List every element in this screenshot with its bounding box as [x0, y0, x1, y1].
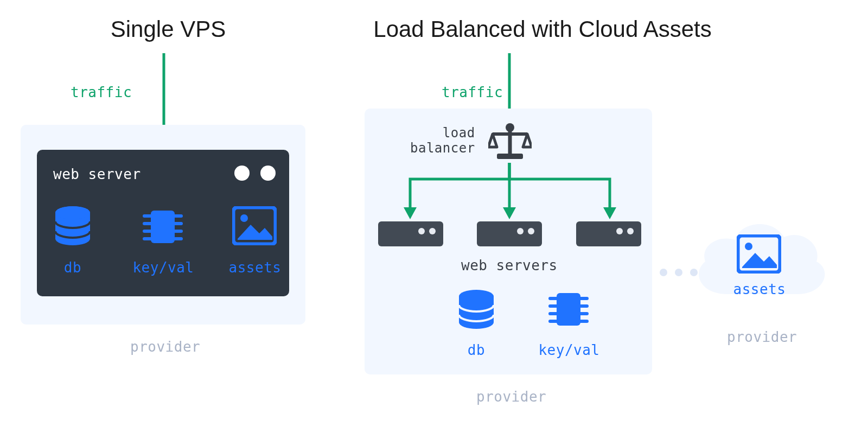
web-servers-label: web servers [461, 257, 558, 274]
status-dot [627, 228, 634, 234]
assets-label: assets [222, 259, 288, 276]
svg-marker-22 [603, 207, 616, 219]
svg-rect-24 [557, 293, 580, 326]
svg-marker-20 [404, 207, 417, 219]
connection-dot [675, 269, 682, 276]
status-dot [260, 166, 276, 181]
load-balancer-label: load balancer [410, 126, 475, 156]
svg-rect-19 [497, 154, 523, 159]
status-dot [418, 228, 425, 234]
status-dot [234, 166, 250, 181]
db-label: db [53, 259, 92, 276]
load-balancer-icon [488, 122, 532, 161]
web-server-node [477, 221, 542, 246]
load-balanced-title: Load Balanced with Cloud Assets [347, 16, 738, 42]
provider-label-left: provider [130, 339, 200, 355]
db-label-right: db [457, 342, 496, 358]
svg-point-14 [240, 214, 248, 222]
connection-dot [660, 269, 667, 276]
image-icon [232, 206, 277, 245]
status-dot [429, 228, 436, 234]
web-server-node [378, 221, 443, 246]
svg-point-34 [745, 243, 752, 250]
keyval-label: key/val [128, 259, 199, 276]
chip-icon [141, 205, 184, 249]
status-dot [528, 228, 534, 234]
lb-fanout-arrows [396, 163, 624, 222]
status-dot [517, 228, 524, 234]
image-icon [737, 234, 781, 274]
provider-label-right: provider [476, 389, 546, 405]
svg-point-3 [55, 206, 90, 219]
keyval-label-right: key/val [534, 342, 604, 358]
database-icon [53, 206, 92, 247]
single-vps-title: Single VPS [33, 16, 304, 42]
chip-icon [547, 288, 590, 331]
traffic-label-right: traffic [442, 84, 503, 100]
traffic-label-left: traffic [71, 84, 132, 100]
svg-rect-4 [151, 211, 175, 243]
cloud-provider-label: provider [727, 329, 797, 345]
svg-marker-21 [503, 207, 516, 219]
web-server-node [576, 221, 641, 246]
status-dot [616, 228, 623, 234]
cloud-assets-label: assets [727, 281, 792, 297]
web-server-label: web server [53, 166, 141, 182]
database-icon [457, 290, 496, 331]
